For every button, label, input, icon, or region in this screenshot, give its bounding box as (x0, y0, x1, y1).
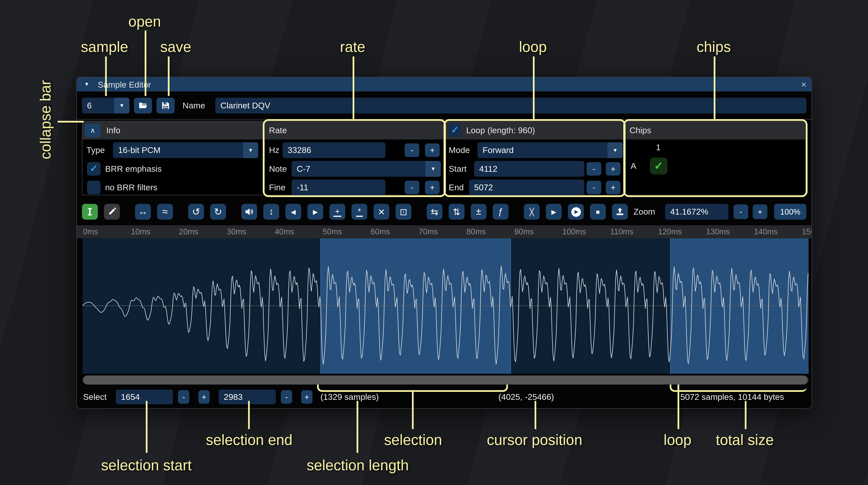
annotation-line (412, 391, 414, 429)
chevron-down-icon[interactable]: ▼ (114, 98, 129, 114)
info-panel-header: ∧ Info (83, 122, 264, 139)
annotation-line (533, 57, 535, 120)
create-instrument-from-sample-button[interactable] (612, 204, 628, 220)
brr-emphasis-checkbox[interactable]: ✓ (87, 162, 100, 175)
open-folder-icon (138, 101, 148, 110)
time-ruler[interactable]: 0ms10ms20ms30ms40ms50ms60ms70ms80ms90ms1… (77, 225, 812, 238)
annotation-loop: loop (519, 38, 547, 56)
loop-annotation-bracket (670, 385, 807, 392)
titlebar[interactable]: ▼ Sample Editor × (77, 77, 812, 91)
check-icon: ✓ (90, 163, 98, 174)
ruler-tick: 120ms (658, 225, 682, 238)
annotation-line (534, 401, 536, 429)
zoom-out-button[interactable]: - (734, 204, 748, 219)
floppy-save-icon (161, 101, 170, 110)
annotation-line (105, 57, 107, 96)
zoom-reset-button[interactable]: 100% (774, 204, 806, 220)
stop-preview-button[interactable]: ■ (590, 204, 606, 220)
play-sample-button[interactable]: ▶ (568, 204, 584, 220)
annotation-line (145, 31, 146, 96)
ruler-tick: 150 (802, 225, 811, 238)
annotation-chips: chips (696, 38, 731, 56)
type-label: Type (87, 143, 105, 158)
annotation-line (248, 401, 250, 429)
insert-silence-button[interactable]: + (330, 204, 345, 220)
zoom-input[interactable]: 41.1672% (665, 204, 728, 220)
annotation-selection-start: selection start (101, 457, 192, 474)
ruler-tick: 0ms (83, 225, 98, 238)
preview-sample-button[interactable]: ▶ (546, 204, 562, 220)
play-circle-icon: ▶ (571, 207, 581, 217)
resample-button[interactable]: ≈ (157, 204, 173, 220)
apply-filter-button[interactable]: ƒ (493, 204, 508, 220)
name-label: Name (182, 98, 205, 114)
annotation-total-size: total size (716, 431, 774, 449)
no-brr-filters-checkbox[interactable] (87, 181, 100, 194)
apply-silence-button[interactable]: * (351, 204, 367, 220)
info-panel: ∧ Info Type 16-bit PCM ▼ ✓ BRR emphasis … (82, 121, 265, 195)
sample-type-dropdown[interactable]: 16-bit PCM ▼ (113, 142, 258, 158)
insert-silence-icon: + (333, 207, 341, 217)
ruler-tick: 20ms (179, 225, 198, 238)
ruler-tick: 100ms (562, 225, 586, 238)
reverse-button[interactable]: ⇆ (427, 204, 442, 220)
edit-mode-select-button[interactable] (82, 204, 98, 220)
chevron-down-icon[interactable]: ▼ (243, 142, 258, 158)
ruler-tick: 30ms (227, 225, 246, 238)
selection-end-minus-button[interactable]: - (281, 390, 292, 403)
selection-end-input[interactable]: 2983 (219, 390, 276, 405)
invert-button[interactable]: ⇅ (449, 204, 465, 220)
selection-start-input[interactable]: 1654 (116, 390, 173, 405)
annotation-collapse-bar: collapse bar (37, 80, 55, 159)
ruler-tick: 50ms (323, 225, 342, 238)
trim-button[interactable]: ⊡ (396, 204, 411, 220)
annotation-loop-bottom: loop (664, 431, 691, 449)
zoom-in-button[interactable]: + (753, 204, 768, 219)
annotation-line (356, 401, 358, 453)
annotation-line (146, 401, 148, 453)
fade-out-button[interactable]: ▶ (307, 204, 323, 220)
annotation-line (352, 57, 354, 120)
ruler-tick: 90ms (515, 225, 534, 238)
waveform-view[interactable] (83, 238, 809, 374)
signed-unsigned-button[interactable]: ± (471, 204, 487, 220)
annotation-selection-length: selection length (307, 457, 409, 474)
zoom-label: Zoom (633, 204, 655, 220)
window-collapse-icon[interactable]: ▼ (84, 77, 89, 91)
undo-button[interactable]: ↺ (188, 204, 204, 220)
delete-button[interactable]: × (374, 204, 390, 220)
resize-button[interactable]: ↔ (135, 204, 151, 220)
sample-name-input[interactable]: Clarinet DQV (215, 98, 806, 114)
waveform-plot (83, 238, 809, 374)
ruler-tick: 40ms (275, 225, 294, 238)
annotation-selection: selection (384, 431, 442, 449)
selection-start-minus-button[interactable]: - (178, 390, 189, 403)
sample-number-dropdown[interactable]: 6 ▼ (82, 98, 129, 114)
crossfade-loop-button[interactable]: ╳ (524, 204, 539, 220)
fade-in-button[interactable]: ◀ (285, 204, 301, 220)
sample-type-value: 16-bit PCM (118, 142, 160, 158)
annotation-selection-end: selection end (206, 431, 292, 449)
annotation-line (168, 57, 169, 96)
screenshot-stage: ▼ Sample Editor × 6 ▼ Name Clarinet DQV … (0, 0, 868, 485)
waveform-scrollbar-thumb[interactable] (83, 376, 807, 385)
annotation-line (714, 57, 715, 120)
annotation-cursor-position: cursor position (487, 431, 582, 449)
close-icon[interactable]: × (801, 77, 806, 91)
redo-button[interactable]: ↻ (210, 204, 226, 220)
ruler-tick: 80ms (466, 225, 486, 238)
annotation-rate: rate (340, 38, 365, 56)
info-panel-title: Info (106, 122, 120, 139)
cursor-position-text: (4025, -25466) (498, 390, 554, 405)
amplify-button[interactable] (241, 204, 257, 220)
selection-end-plus-button[interactable]: + (301, 390, 312, 403)
save-sample-button[interactable] (157, 98, 175, 114)
annotation-sample: sample (81, 38, 128, 56)
open-sample-button[interactable] (134, 98, 152, 114)
collapse-bar-button[interactable]: ∧ (85, 124, 100, 137)
ruler-tick: 140ms (754, 225, 778, 238)
edit-mode-draw-button[interactable] (104, 204, 120, 220)
selection-start-plus-button[interactable]: + (198, 390, 210, 403)
ruler-tick: 70ms (418, 225, 438, 238)
normalize-button[interactable]: ↕ (264, 204, 279, 220)
